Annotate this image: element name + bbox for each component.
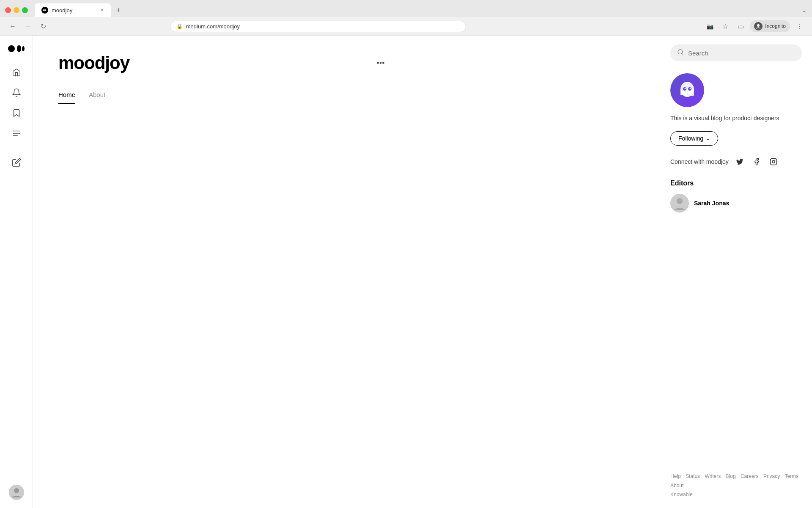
tab-title: moodjoy xyxy=(52,7,72,14)
svg-point-1 xyxy=(45,9,46,11)
editors-section: Editors Sarah Jonas xyxy=(670,179,802,213)
svg-point-4 xyxy=(17,45,21,52)
svg-point-16 xyxy=(685,88,686,89)
profile-tabs: Home About xyxy=(58,86,634,104)
lock-icon: 🔒 xyxy=(176,23,183,29)
incognito-label: Incognito xyxy=(765,23,786,29)
editor-item[interactable]: Sarah Jonas xyxy=(670,194,802,213)
back-button[interactable]: ← xyxy=(7,20,19,32)
footer-links: Help Status Writers Blog Careers Privacy… xyxy=(670,464,802,500)
footer-privacy[interactable]: Privacy xyxy=(763,473,780,479)
camera-off-icon: 📷 xyxy=(704,20,716,32)
footer-writers[interactable]: Writers xyxy=(705,473,721,479)
twitter-icon[interactable] xyxy=(734,156,746,168)
footer-terms[interactable]: Terms xyxy=(785,473,798,479)
maximize-traffic-light[interactable] xyxy=(22,7,28,13)
following-label: Following xyxy=(678,135,703,142)
search-input[interactable] xyxy=(688,50,795,57)
instagram-icon[interactable] xyxy=(768,156,779,168)
editor-avatar xyxy=(670,194,689,213)
sidebar-item-write[interactable] xyxy=(7,153,26,172)
tab-overview-icon[interactable]: ▭ xyxy=(735,20,746,32)
facebook-icon[interactable] xyxy=(751,156,763,168)
sidebar-divider xyxy=(11,148,22,148)
star-icon[interactable]: ☆ xyxy=(719,20,731,32)
footer-knowable[interactable]: Knowable xyxy=(670,491,693,497)
editors-title: Editors xyxy=(670,179,802,187)
svg-point-11 xyxy=(678,50,683,54)
page-layout: moodjoy ••• Home About xyxy=(0,36,812,508)
footer-help[interactable]: Help xyxy=(670,473,681,479)
footer-blog[interactable]: Blog xyxy=(726,473,736,479)
traffic-lights xyxy=(5,7,28,13)
search-box[interactable] xyxy=(670,44,802,61)
content-area xyxy=(33,104,660,358)
forward-button[interactable]: → xyxy=(22,20,34,32)
profile-title: moodjoy xyxy=(58,53,129,73)
active-tab[interactable]: moodjoy ✕ xyxy=(35,3,111,17)
main-content: moodjoy ••• Home About xyxy=(33,36,660,508)
sidebar-nav xyxy=(7,63,26,485)
svg-rect-18 xyxy=(770,159,776,165)
svg-rect-13 xyxy=(680,89,694,95)
svg-point-19 xyxy=(772,160,775,163)
following-button[interactable]: Following ⌄ xyxy=(670,131,718,146)
tab-favicon xyxy=(41,7,48,14)
left-sidebar xyxy=(0,36,33,508)
svg-point-2 xyxy=(757,24,760,27)
close-traffic-light[interactable] xyxy=(5,7,11,13)
menu-button[interactable]: ⋮ xyxy=(793,20,805,32)
browser-actions: 📷 ☆ ▭ Incognito ⋮ xyxy=(704,20,805,32)
tab-home[interactable]: Home xyxy=(58,86,75,104)
connect-label: Connect with moodjoy xyxy=(670,158,729,165)
sidebar-item-stories[interactable] xyxy=(7,124,26,143)
incognito-button: Incognito xyxy=(750,20,790,32)
svg-point-22 xyxy=(677,198,683,204)
url-text: medium.com/moodjoy xyxy=(186,23,240,30)
medium-logo[interactable] xyxy=(8,44,25,55)
svg-point-5 xyxy=(22,46,25,51)
browser-toolbar: ← → ↻ 🔒 medium.com/moodjoy 📷 ☆ ▭ Incogni… xyxy=(0,17,812,36)
svg-point-10 xyxy=(14,488,19,493)
publication-avatar xyxy=(670,73,704,107)
refresh-button[interactable]: ↻ xyxy=(37,20,49,32)
publication-description: This is a visual blog for product design… xyxy=(670,114,802,123)
browser-chrome: moodjoy ✕ + ⌄ ← → ↻ 🔒 medium.com/moodjoy… xyxy=(0,0,812,36)
right-sidebar: This is a visual blog for product design… xyxy=(660,36,812,508)
svg-point-0 xyxy=(43,9,45,11)
connect-row: Connect with moodjoy xyxy=(670,156,802,168)
footer-status[interactable]: Status xyxy=(686,473,700,479)
svg-point-3 xyxy=(8,45,15,52)
minimize-traffic-light[interactable] xyxy=(14,7,19,13)
sidebar-item-home[interactable] xyxy=(7,63,26,82)
address-bar[interactable]: 🔒 medium.com/moodjoy xyxy=(170,21,466,32)
svg-point-20 xyxy=(775,160,776,160)
search-icon xyxy=(677,49,684,57)
profile-title-row: moodjoy ••• xyxy=(58,53,388,73)
editor-name: Sarah Jonas xyxy=(694,200,729,207)
profile-header: moodjoy ••• xyxy=(33,36,414,73)
tab-close-button[interactable]: ✕ xyxy=(100,7,104,13)
user-avatar[interactable] xyxy=(9,485,24,500)
more-options-button[interactable]: ••• xyxy=(373,55,388,71)
sidebar-bottom xyxy=(9,485,24,500)
incognito-icon xyxy=(754,22,763,30)
sidebar-item-notifications[interactable] xyxy=(7,83,26,102)
chevron-down-icon: ⌄ xyxy=(706,135,710,141)
new-tab-button[interactable]: + xyxy=(112,4,124,16)
footer-about[interactable]: About xyxy=(670,483,683,489)
tab-bar: moodjoy ✕ + ⌄ xyxy=(0,0,812,17)
footer-careers[interactable]: Careers xyxy=(741,473,759,479)
svg-point-17 xyxy=(690,88,691,89)
tab-list-icon[interactable]: ⌄ xyxy=(802,7,807,14)
sidebar-item-lists[interactable] xyxy=(7,104,26,122)
tab-about[interactable]: About xyxy=(89,86,105,104)
